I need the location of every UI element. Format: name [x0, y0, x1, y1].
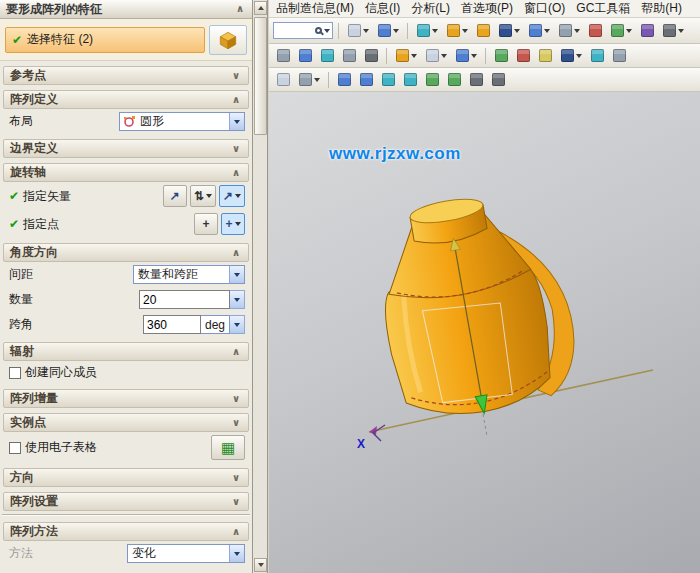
- dialog-title-bar[interactable]: 要形成阵列的特征 ∧: [0, 0, 252, 19]
- shaded-style-icon[interactable]: [392, 46, 420, 65]
- dialog-title: 要形成阵列的特征: [6, 1, 234, 18]
- menu-item-information[interactable]: 信息(I): [364, 0, 401, 17]
- spacing-label: 间距: [9, 266, 33, 283]
- menu-grid-icon[interactable]: [344, 21, 372, 40]
- zoom-icon[interactable]: [317, 46, 337, 65]
- window-icon[interactable]: [609, 46, 629, 65]
- check-icon: ✔: [9, 217, 19, 231]
- section-pattern-settings[interactable]: 阵列设置 ∨: [3, 492, 249, 511]
- control-point-snap-icon[interactable]: [378, 70, 398, 89]
- existing-point-snap-icon[interactable]: [466, 70, 486, 89]
- span-options-button[interactable]: [230, 315, 245, 334]
- view-orient-icon[interactable]: [452, 46, 480, 65]
- scroll-down-button[interactable]: [254, 558, 267, 572]
- wireframe-style-icon[interactable]: [422, 46, 450, 65]
- unite-icon[interactable]: [525, 21, 553, 40]
- section-radiate[interactable]: 辐射 ∧: [3, 342, 249, 361]
- span-angle-field-group: deg: [143, 315, 245, 334]
- trim-body-icon[interactable]: [607, 21, 635, 40]
- point-inferred-button[interactable]: +: [221, 213, 245, 235]
- spacing-row: 间距 数量和跨距: [0, 262, 252, 287]
- quadrant-snap-icon[interactable]: [444, 70, 464, 89]
- menu-item-preferences[interactable]: 首选项(P): [460, 0, 514, 17]
- count-options-button[interactable]: [230, 290, 245, 309]
- vector-direction-button[interactable]: ↗: [219, 185, 245, 207]
- section-pattern-method[interactable]: 阵列方法 ∧: [3, 522, 249, 541]
- command-finder-input[interactable]: [273, 22, 333, 39]
- enable-snap-icon[interactable]: [273, 70, 293, 89]
- menu-item-window[interactable]: 窗口(O): [523, 0, 566, 17]
- dropdown-arrow-icon[interactable]: [229, 545, 244, 562]
- separator: [328, 72, 329, 88]
- pan-icon[interactable]: [339, 46, 359, 65]
- layout-label: 布局: [9, 113, 33, 130]
- layout-row: 布局 圆形: [0, 109, 252, 134]
- edge-blend-icon[interactable]: [555, 21, 583, 40]
- show-hide-icon[interactable]: [491, 46, 511, 65]
- pattern-feature-icon[interactable]: [495, 21, 523, 40]
- hole-icon[interactable]: [473, 21, 493, 40]
- chamfer-icon[interactable]: [585, 21, 605, 40]
- model-3d: X: [269, 92, 700, 573]
- layer-settings-icon[interactable]: [513, 46, 533, 65]
- create-concentric-checkbox[interactable]: [9, 367, 21, 379]
- spacing-select[interactable]: 数量和跨距: [133, 265, 245, 284]
- section-view-icon[interactable]: [587, 46, 607, 65]
- span-angle-input[interactable]: [143, 315, 201, 334]
- wcs-icon[interactable]: [535, 46, 555, 65]
- scroll-up-button[interactable]: [254, 1, 267, 15]
- refresh-icon[interactable]: [273, 46, 293, 65]
- section-orientation[interactable]: 方向 ∨: [3, 468, 249, 487]
- unit-box[interactable]: deg: [201, 315, 230, 334]
- edit-spreadsheet-button[interactable]: ▦: [211, 435, 245, 460]
- menu-item-analysis[interactable]: 分析(L): [410, 0, 451, 17]
- main-area: 品制造信息(M) 信息(I) 分析(L) 首选项(P) 窗口(O) GC工具箱 …: [269, 0, 700, 573]
- method-select[interactable]: 变化: [127, 544, 245, 563]
- intersection-snap-icon[interactable]: [400, 70, 420, 89]
- selection-filter-icon[interactable]: [295, 70, 323, 89]
- dropdown-arrow-icon[interactable]: [229, 113, 244, 130]
- sketch-icon[interactable]: [374, 21, 402, 40]
- menu-item-help[interactable]: 帮助(H): [640, 0, 683, 17]
- mid-point-snap-icon[interactable]: [356, 70, 376, 89]
- collapse-dialog-icon[interactable]: ∧: [234, 4, 246, 14]
- section-boundary-definition[interactable]: 边界定义 ∨: [3, 139, 249, 158]
- count-row: 数量: [0, 287, 252, 312]
- dropdown-arrow-icon: [235, 194, 241, 198]
- angle-direction-label: 角度方向: [10, 244, 230, 261]
- feature-cube-button[interactable]: [209, 25, 247, 55]
- graphics-window[interactable]: www.rjzxw.com: [269, 92, 700, 573]
- section-rotation-axis[interactable]: 旋转轴 ∧: [3, 163, 249, 182]
- radiate-label: 辐射: [10, 343, 230, 360]
- vector-dialog-button[interactable]: ↗: [163, 185, 187, 207]
- count-input[interactable]: [139, 290, 230, 309]
- layout-select[interactable]: 圆形: [119, 112, 245, 131]
- point-dialog-button[interactable]: +: [194, 213, 218, 235]
- more-commands-icon[interactable]: [659, 21, 687, 40]
- select-feature-row[interactable]: ✔ 选择特征 (2): [5, 27, 205, 53]
- menu-item-gc-toolbox[interactable]: GC工具箱: [575, 0, 631, 17]
- rotate-view-icon[interactable]: [361, 46, 381, 65]
- point-on-curve-snap-icon[interactable]: [488, 70, 508, 89]
- orientation-label: 方向: [10, 469, 230, 486]
- end-point-snap-icon[interactable]: [334, 70, 354, 89]
- scrollbar-thumb[interactable]: [254, 17, 267, 135]
- fit-view-icon[interactable]: [295, 46, 315, 65]
- measure-icon[interactable]: [557, 46, 585, 65]
- arc-center-snap-icon[interactable]: [422, 70, 442, 89]
- section-reference-point[interactable]: 参考点 ∨: [3, 66, 249, 85]
- section-pattern-definition[interactable]: 阵列定义 ∧: [3, 90, 249, 109]
- extrude-icon[interactable]: [443, 21, 471, 40]
- section-angle-direction[interactable]: 角度方向 ∧: [3, 243, 249, 262]
- inferred-vector-button[interactable]: ⇅: [190, 185, 216, 207]
- section-instance-points[interactable]: 实例点 ∨: [3, 413, 249, 432]
- span-angle-row: 跨角 deg: [0, 312, 252, 337]
- datum-plane-icon[interactable]: [413, 21, 441, 40]
- vector-icon: ↗: [170, 190, 180, 202]
- menu-item-pmi[interactable]: 品制造信息(M): [275, 0, 355, 17]
- shell-icon[interactable]: [637, 21, 657, 40]
- dropdown-arrow-icon[interactable]: [229, 266, 244, 283]
- use-spreadsheet-checkbox[interactable]: [9, 442, 21, 454]
- section-pattern-increment[interactable]: 阵列增量 ∨: [3, 389, 249, 408]
- dialog-scrollbar[interactable]: [253, 0, 268, 573]
